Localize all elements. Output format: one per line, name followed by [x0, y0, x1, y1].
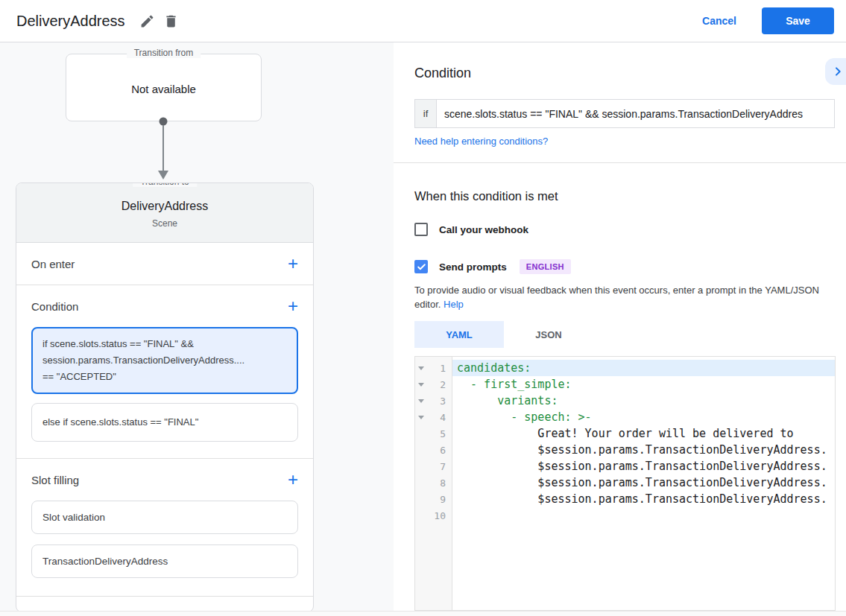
editor-format-tabs: YAML JSON	[414, 321, 593, 348]
delete-scene-button[interactable]	[160, 9, 183, 33]
line-number: 1	[427, 363, 452, 374]
code-line: Great! Your order will be delivered to	[452, 425, 835, 442]
condition-section-header: Condition +	[16, 285, 313, 327]
line-number: 5	[427, 428, 452, 439]
transition-to-label: Transition to	[133, 182, 197, 187]
add-slot-button[interactable]: +	[288, 472, 298, 487]
custom-intent-section-header: Custom intent handling +	[16, 597, 313, 612]
code-line: $session.params.TransactionDeliveryAddre…	[452, 491, 835, 507]
scene-type: Scene	[16, 218, 313, 229]
help-link[interactable]: Help	[443, 299, 464, 310]
line-number: 8	[427, 477, 452, 489]
condition-section-label: Condition	[31, 300, 78, 313]
send-prompts-option-row: Send prompts ENGLISH	[414, 259, 571, 274]
language-badge: ENGLISH	[520, 259, 571, 274]
code-line: - first_simple:	[452, 376, 835, 393]
webhook-checkbox[interactable]	[414, 223, 428, 236]
condition-card[interactable]: else if scene.slots.status == "FINAL"	[31, 403, 298, 442]
line-number: 4	[427, 412, 452, 423]
on-enter-section: On enter +	[16, 243, 313, 285]
condition-card-selected[interactable]: if scene.slots.status == "FINAL" && sess…	[31, 327, 298, 394]
code-line	[452, 507, 835, 524]
add-condition-button[interactable]: +	[288, 299, 298, 314]
save-button[interactable]: Save	[762, 7, 834, 34]
send-prompts-checkbox[interactable]	[414, 260, 428, 273]
code-line: candidates:	[452, 360, 835, 376]
pencil-icon	[139, 13, 155, 29]
when-met-title: When this condition is met	[414, 189, 558, 203]
tab-json[interactable]: JSON	[504, 321, 593, 348]
add-on-enter-button[interactable]: +	[288, 256, 298, 271]
condition-help-link[interactable]: Need help entering conditions?	[414, 136, 548, 147]
checkmark-icon	[417, 262, 426, 272]
transition-arrow	[154, 117, 172, 185]
line-number: 9	[427, 494, 452, 505]
transition-from-label: Transition from	[127, 48, 201, 58]
line-number: 6	[427, 445, 452, 456]
code-line: $session.params.TransactionDeliveryAddre…	[452, 442, 835, 458]
code-line: - speech: >-	[452, 409, 835, 425]
scene-name: DeliveryAddress	[16, 200, 313, 213]
slot-filling-section-header: Slot filling +	[16, 459, 313, 501]
condition-panel-title: Condition	[414, 66, 471, 81]
helper-line1: To provide audio or visual feedback when…	[414, 285, 819, 296]
tab-yaml[interactable]: YAML	[414, 321, 504, 348]
helper-line2: editor.	[414, 299, 441, 310]
spacing	[16, 588, 313, 596]
transition-from-box: Transition from Not available	[66, 54, 262, 121]
spacing	[16, 451, 313, 458]
webhook-option-row: Call your webhook	[414, 223, 528, 236]
line-number: 2	[427, 379, 452, 390]
slot-validation-card[interactable]: Slot validation	[31, 501, 298, 534]
top-bar: DeliveryAddress Cancel Save	[0, 0, 846, 42]
prompts-helper-text: To provide audio or visual feedback when…	[414, 283, 836, 311]
line-number: 7	[427, 461, 452, 472]
editor-code-area[interactable]: candidates: - first_simple: variants: - …	[452, 357, 835, 610]
fold-toggle-icon[interactable]	[415, 366, 427, 370]
on-enter-label: On enter	[31, 258, 75, 270]
page-title: DeliveryAddress	[16, 13, 125, 30]
trash-icon	[163, 13, 179, 29]
webhook-label: Call your webhook	[439, 224, 528, 235]
condition-expression-row: if	[414, 99, 835, 128]
condition-expression-input[interactable]	[436, 99, 835, 128]
horizontal-scrollbar-track[interactable]	[0, 611, 846, 616]
condition-editor-panel: Condition if Need help entering conditio…	[394, 42, 846, 611]
transition-from-value: Not available	[66, 83, 261, 95]
line-number: 3	[427, 396, 452, 407]
code-line: $session.params.TransactionDeliveryAddre…	[452, 474, 835, 491]
yaml-code-editor[interactable]: 1 2 3 4 5 6 7 8 9 10 candidates: - first…	[414, 356, 836, 611]
slot-filling-label: Slot filling	[31, 474, 79, 486]
code-line: variants:	[452, 393, 835, 409]
cancel-button[interactable]: Cancel	[702, 15, 736, 27]
panel-divider	[394, 162, 846, 163]
fold-toggle-icon[interactable]	[415, 383, 427, 387]
if-prefix: if	[414, 99, 436, 128]
fold-toggle-icon[interactable]	[415, 416, 427, 419]
line-number: 10	[427, 510, 452, 521]
slot-card[interactable]: TransactionDeliveryAddress	[31, 544, 298, 578]
send-prompts-label: Send prompts	[439, 261, 507, 273]
editor-gutter: 1 2 3 4 5 6 7 8 9 10	[415, 357, 452, 610]
scene-diagram-panel: Transition from Not available Transition…	[0, 42, 394, 611]
code-line: $session.params.TransactionDeliveryAddre…	[452, 458, 835, 474]
transition-to-card: Transition to DeliveryAddress Scene On e…	[16, 182, 314, 612]
chevron-right-icon	[832, 66, 844, 77]
collapse-panel-button[interactable]	[825, 58, 846, 85]
edit-scene-button[interactable]	[136, 9, 160, 33]
fold-toggle-icon[interactable]	[415, 399, 427, 403]
scene-card-header: DeliveryAddress Scene	[16, 183, 313, 243]
scene-editor-app: DeliveryAddress Cancel Save Transition f…	[0, 0, 846, 616]
